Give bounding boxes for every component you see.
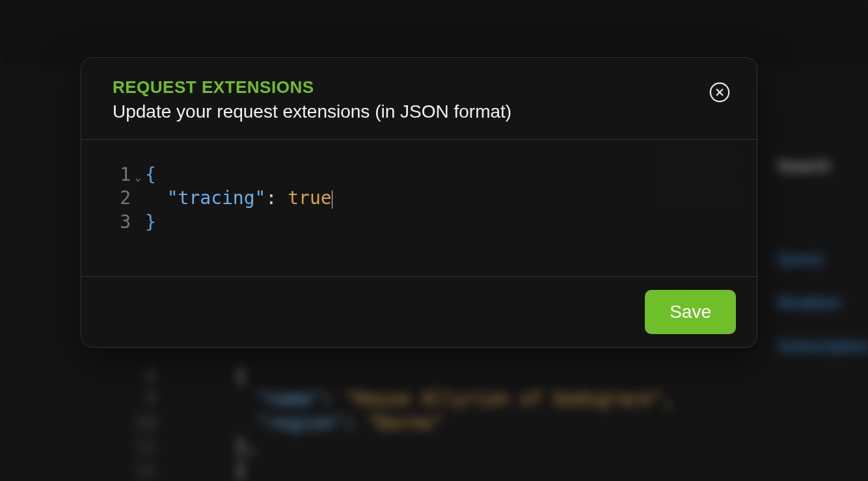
background-sidebar-item: Subscription	[777, 336, 868, 356]
close-button[interactable]	[709, 81, 731, 103]
modal-footer: Save	[81, 277, 757, 347]
fold-toggle-icon[interactable]: ⌄	[131, 171, 145, 185]
background-sidebar-search: Search	[777, 156, 868, 176]
json-editor[interactable]: 1 ⌄ { 2 "tracing": true 3 }	[113, 163, 726, 234]
background-topbar	[0, 0, 868, 65]
modal-title: REQUEST EXTENSIONS	[113, 77, 726, 98]
line-number: 3	[113, 211, 131, 234]
background-code-block: 8 { 9 "name": "House Allyrion of Godsgra…	[124, 364, 673, 481]
modal-subtitle: Update your request extensions (in JSON …	[113, 101, 726, 122]
background-sidebar-item: Query	[777, 249, 868, 269]
editor-line: 2 "tracing": true	[113, 187, 726, 210]
modal-body: 1 ⌄ { 2 "tracing": true 3 }	[81, 140, 757, 276]
text-cursor	[332, 190, 332, 209]
save-button[interactable]: Save	[645, 290, 736, 334]
modal-header: REQUEST EXTENSIONS Update your request e…	[81, 58, 757, 139]
editor-line: 1 ⌄ {	[113, 163, 726, 187]
editor-line: 3 }	[113, 211, 726, 234]
background-sidebar-item: Mutation	[777, 292, 868, 313]
line-number: 1	[113, 163, 131, 187]
line-number: 2	[113, 187, 131, 210]
request-extensions-modal: REQUEST EXTENSIONS Update your request e…	[81, 57, 757, 348]
close-icon	[709, 81, 731, 103]
background-sidebar: Search Query Mutation Subscription	[777, 156, 868, 356]
